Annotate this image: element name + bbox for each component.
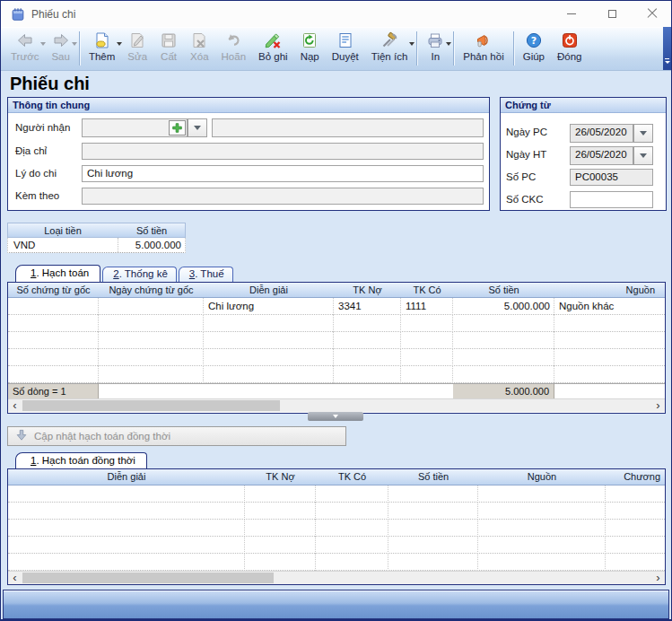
delete-button[interactable]: Xóa — [184, 28, 214, 69]
scrollbar-thumb[interactable] — [22, 573, 274, 583]
currency-amount-header: Số tiền — [118, 223, 186, 238]
update-simultaneous-button[interactable]: Cập nhật hạch toán đồng thời — [7, 426, 346, 446]
window-controls — [558, 4, 666, 23]
currency-row[interactable]: VND 5.000.000 — [7, 238, 186, 253]
scroll-left-icon[interactable]: ‹ — [8, 399, 22, 412]
recipient-name-field[interactable] — [212, 118, 484, 137]
reason-label: Lý do chi — [15, 165, 57, 182]
address-field[interactable] — [82, 143, 484, 160]
simultaneous-grid-empty-row[interactable] — [8, 537, 665, 554]
horizontal-scrollbar[interactable]: ‹ › — [8, 571, 665, 584]
close-window-button[interactable]: Đóng — [551, 28, 589, 69]
accounting-grid-header: Số chứng từ gốc Ngày chứng từ gốc Diễn g… — [8, 283, 665, 298]
delete-document-icon — [190, 31, 208, 49]
forward-button[interactable]: Sau — [45, 28, 75, 69]
simultaneous-grid-empty-row[interactable] — [8, 520, 665, 537]
splitter-down-icon[interactable] — [308, 412, 363, 421]
accounting-grid-empty-row[interactable] — [8, 332, 665, 349]
maximize-icon[interactable] — [598, 4, 625, 23]
row-count-cell: Số dòng = 1 — [8, 384, 99, 398]
date-pc-field[interactable]: 26/05/2020 — [570, 124, 633, 143]
voucher-no-field[interactable]: PC00035 — [570, 169, 653, 186]
accounting-grid-empty-row[interactable] — [8, 349, 665, 366]
undo-icon — [224, 31, 242, 49]
scroll-left-icon[interactable]: ‹ — [8, 572, 22, 584]
recipient-dropdown-button[interactable] — [188, 118, 207, 137]
document-header: Chứng từ — [501, 98, 666, 113]
power-icon — [561, 31, 579, 49]
accounting-grid-footer: Số dòng = 1 5.000.000 — [8, 383, 665, 398]
scrollbar-thumb[interactable] — [22, 400, 280, 411]
print-button[interactable]: In — [420, 28, 450, 69]
save-button[interactable]: Cất — [153, 28, 184, 69]
feedback-button[interactable]: Phản hồi — [457, 28, 510, 69]
currency-amount-cell: 5.000.000 — [118, 238, 184, 252]
close-icon[interactable] — [639, 4, 666, 23]
simultaneous-grid-empty-row[interactable] — [8, 503, 665, 520]
edit-document-icon — [128, 31, 146, 49]
simultaneous-tabstrip: 1. Hạch toán đồng thời — [15, 452, 147, 468]
back-button[interactable]: Trước — [4, 28, 45, 69]
help-button[interactable]: ? Giúp — [517, 28, 551, 69]
simultaneous-grid: Diễn giải TK Nợ TK Có Số tiền Nguồn Chươ… — [7, 468, 666, 585]
forward-arrow-icon — [52, 31, 70, 49]
cancel-record-button[interactable]: Bỏ ghi — [252, 28, 294, 69]
approve-document-icon — [336, 31, 354, 49]
simultaneous-grid-empty-row[interactable] — [8, 554, 665, 571]
accounting-grid-row[interactable]: Chi lương 3341 1111 5.000.000 Nguồn khác — [8, 298, 665, 315]
help-icon: ? — [525, 31, 543, 49]
page-title: Phiếu chi — [10, 74, 90, 94]
date-pc-dropdown-button[interactable] — [633, 124, 653, 143]
horizontal-scrollbar[interactable]: ‹ › — [8, 398, 665, 412]
tab-thong-ke[interactable]: 2. Thống kê — [102, 267, 177, 282]
scroll-right-icon[interactable]: › — [651, 572, 665, 584]
reload-icon — [301, 31, 319, 49]
date-ht-field[interactable]: 26/05/2020 — [570, 146, 633, 165]
save-icon — [160, 31, 178, 49]
reload-button[interactable]: Nạp — [294, 28, 326, 69]
general-info-groupbox: Thông tin chung Người nhận Địa chỉ Lý do… — [7, 97, 490, 211]
new-document-icon — [93, 31, 111, 49]
accounting-grid-empty-row[interactable] — [8, 366, 665, 383]
tab-hach-toan-dong-thoi[interactable]: 1. Hạch toán đồng thời — [15, 452, 147, 468]
cancel-write-icon — [264, 31, 282, 49]
ckc-no-field[interactable] — [570, 191, 653, 208]
currency-type-header: Loại tiền — [8, 223, 118, 238]
add-icon[interactable] — [169, 120, 186, 136]
approve-button[interactable]: Duyệt — [326, 28, 365, 69]
utilities-button[interactable]: Tiện ích — [365, 28, 414, 69]
attachment-label: Kèm theo — [15, 188, 59, 205]
simultaneous-grid-header: Diễn giải TK Nợ TK Có Số tiền Nguồn Chươ… — [8, 469, 665, 485]
toolbar-separator — [79, 31, 80, 66]
simultaneous-grid-empty-row[interactable] — [8, 485, 665, 503]
accounting-grid-empty-row[interactable] — [8, 315, 665, 332]
app-window: Phiếu chi Trước Sau — [0, 0, 672, 621]
recipient-label: Người nhận — [15, 119, 70, 136]
minimize-icon[interactable] — [558, 4, 585, 23]
toolbar: Trước Sau Thêm — [1, 27, 671, 71]
update-down-arrow-icon — [14, 428, 29, 444]
ckc-no-label: Số CKC — [506, 191, 544, 208]
currency-table: Loại tiền Số tiền VND 5.000.000 — [7, 223, 186, 253]
date-ht-dropdown-button[interactable] — [633, 146, 653, 165]
date-ht-label: Ngày HT — [506, 146, 546, 163]
scroll-right-icon[interactable]: › — [651, 399, 665, 412]
tab-hach-toan[interactable]: 1. Hạch toán — [15, 265, 100, 282]
back-arrow-icon — [16, 31, 34, 49]
reason-field[interactable]: Chi lương — [82, 165, 484, 182]
toolbar-overflow-chevron-icon[interactable] — [663, 27, 671, 70]
undo-button[interactable]: Hoãn — [215, 28, 253, 69]
add-button[interactable]: Thêm — [83, 28, 121, 69]
document-groupbox: Chứng từ Ngày PC 26/05/2020 Ngày HT 26/0… — [500, 97, 667, 211]
toolbar-separator — [513, 31, 514, 66]
svg-text:?: ? — [531, 35, 537, 47]
tools-icon — [380, 31, 398, 49]
date-pc-label: Ngày PC — [506, 124, 547, 141]
tab-thue[interactable]: 3. Thuế — [179, 267, 233, 282]
accounting-grid: Số chứng từ gốc Ngày chứng từ gốc Diễn g… — [7, 282, 666, 414]
general-info-header: Thông tin chung — [8, 98, 489, 113]
edit-button[interactable]: Sửa — [121, 28, 153, 69]
attachment-field[interactable] — [82, 188, 484, 205]
voucher-no-label: Số PC — [506, 169, 536, 186]
toolbar-separator — [416, 31, 417, 66]
